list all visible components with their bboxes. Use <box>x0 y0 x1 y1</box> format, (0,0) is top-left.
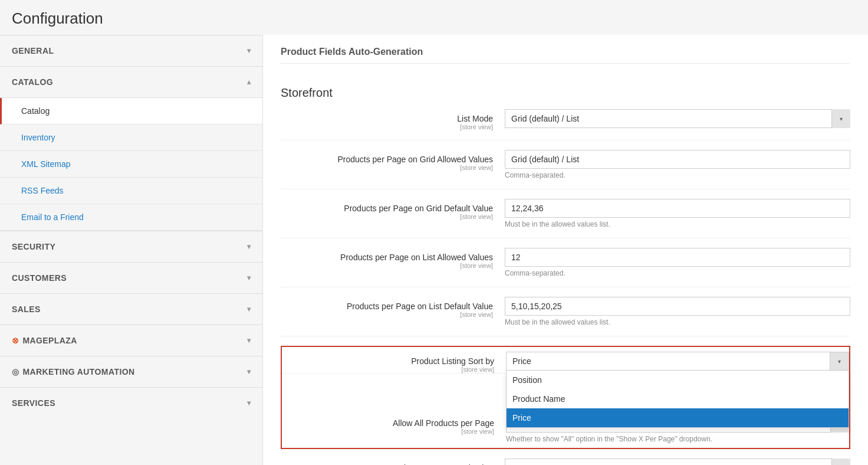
chevron-down-icon: ▾ <box>247 368 251 376</box>
grid-default-field: Must be in the allowed values list. <box>505 199 850 228</box>
list-mode-field: Grid (default) / List Grid Only List Onl… <box>505 109 850 128</box>
sidebar-item-label-rss-feeds: RSS Feeds <box>21 186 64 195</box>
sidebar-item-label-inventory: Inventory <box>21 133 55 142</box>
sub-heading: Storefront <box>281 76 850 109</box>
grid-default-label: Products per Page on Grid Default Value … <box>281 199 505 220</box>
sidebar-section-header-customers[interactable]: CUSTOMERS ▾ <box>0 263 262 293</box>
list-default-field: Must be in the allowed values list. <box>505 297 850 326</box>
sidebar-section-header-sales[interactable]: SALES ▾ <box>0 294 262 325</box>
sidebar-item-xml-sitemap[interactable]: XML Sitemap <box>0 151 262 178</box>
sidebar-section-mageplaza: ⊗MAGEPLAZA ▾ <box>0 325 262 356</box>
marketing-icon: ◎ <box>12 367 19 376</box>
remember-pagination-select-wrapper: Yes No ▾ <box>505 459 850 465</box>
sidebar-section-label-mageplaza: ⊗MAGEPLAZA <box>12 336 77 345</box>
remember-pagination-select[interactable]: Yes No <box>505 459 850 465</box>
sidebar-section-label-marketing-automation: ◎MARKETING AUTOMATION <box>12 367 135 376</box>
list-mode-select-wrapper: Grid (default) / List Grid Only List Onl… <box>505 109 850 128</box>
grid-allowed-hint: Comma-separated. <box>505 171 850 179</box>
sidebar-item-rss-feeds[interactable]: RSS Feeds <box>0 178 262 204</box>
grid-allowed-label: Products per Page on Grid Allowed Values… <box>281 150 505 171</box>
sidebar-section-header-services[interactable]: SERVICES ▾ <box>0 388 262 418</box>
sidebar-section-services: SERVICES ▾ <box>0 387 262 418</box>
sort-field: Price ▾ Position Product Name Price <box>506 352 849 371</box>
sidebar-section-header-marketing-automation[interactable]: ◎MARKETING AUTOMATION ▾ <box>0 356 262 387</box>
allow-label: Allow All Products per Page [store view] <box>282 414 506 435</box>
list-mode-select[interactable]: Grid (default) / List Grid Only List Onl… <box>505 109 850 128</box>
remember-pagination-field: Yes No ▾ Changing may affect SEO and cac… <box>505 459 850 465</box>
sidebar-item-label-catalog: Catalog <box>21 106 50 116</box>
sort-arrow-icon: ▾ <box>830 352 849 370</box>
chevron-down-icon: ▾ <box>247 47 251 55</box>
chevron-down-icon: ▾ <box>247 243 251 251</box>
chevron-down-icon: ▾ <box>247 399 251 407</box>
grid-allowed-row: Products per Page on Grid Allowed Values… <box>281 150 850 189</box>
remember-pagination-row: Remember Category Pagination [global] Ye… <box>281 459 850 465</box>
sidebar-item-label-email-to-friend: Email to a Friend <box>21 212 84 222</box>
list-allowed-label: Products per Page on List Allowed Values… <box>281 248 505 269</box>
chevron-up-icon: ▴ <box>247 78 251 86</box>
remember-pagination-label: Remember Category Pagination [global] <box>281 459 505 465</box>
grid-default-hint: Must be in the allowed values list. <box>505 220 850 228</box>
sidebar-catalog-items: Catalog Inventory XML Sitemap RSS Feeds … <box>0 97 262 231</box>
sidebar: GENERAL ▾ CATALOG ▴ Catalog Inventory XM… <box>0 35 263 465</box>
sidebar-section-security: SECURITY ▾ <box>0 231 262 262</box>
sort-allow-highlighted-section: Product Listing Sort by [store view] Pri… <box>281 346 850 449</box>
sidebar-section-label-security: SECURITY <box>12 242 55 251</box>
grid-default-row: Products per Page on Grid Default Value … <box>281 199 850 238</box>
sort-row: Product Listing Sort by [store view] Pri… <box>282 347 849 374</box>
list-default-label: Products per Page on List Default Value … <box>281 297 505 318</box>
sidebar-section-label-customers: CUSTOMERS <box>12 273 67 283</box>
mageplaza-icon: ⊗ <box>12 336 19 345</box>
sidebar-section-catalog: CATALOG ▴ Catalog Inventory XML Sitemap … <box>0 66 262 231</box>
sidebar-section-marketing-automation: ◎MARKETING AUTOMATION ▾ <box>0 356 262 387</box>
sidebar-section-header-catalog[interactable]: CATALOG ▴ <box>0 67 262 97</box>
list-mode-row: List Mode [store view] Grid (default) / … <box>281 109 850 140</box>
sidebar-section-sales: SALES ▾ <box>0 293 262 325</box>
sidebar-item-label-xml-sitemap: XML Sitemap <box>21 159 71 169</box>
list-allowed-row: Products per Page on List Allowed Values… <box>281 248 850 287</box>
list-allowed-hint: Comma-separated. <box>505 269 850 277</box>
section-heading: Product Fields Auto-Generation <box>281 35 850 64</box>
chevron-down-icon: ▾ <box>247 336 251 345</box>
sidebar-item-inventory[interactable]: Inventory <box>0 125 262 151</box>
sidebar-section-label-services: SERVICES <box>12 398 55 408</box>
allow-hint: Whether to show "All" option in the "Sho… <box>506 435 849 443</box>
sidebar-section-label-sales: SALES <box>12 304 41 314</box>
grid-allowed-input[interactable] <box>505 150 850 169</box>
sidebar-section-label-general: GENERAL <box>12 46 54 55</box>
sidebar-section-header-security[interactable]: SECURITY ▾ <box>0 231 262 262</box>
sidebar-section-header-mageplaza[interactable]: ⊗MAGEPLAZA ▾ <box>0 325 262 356</box>
sort-dropdown-trigger[interactable]: Price ▾ <box>506 352 849 371</box>
sidebar-item-email-to-friend[interactable]: Email to a Friend <box>0 204 262 231</box>
chevron-down-icon: ▾ <box>247 305 251 313</box>
list-mode-label: List Mode [store view] <box>281 109 505 130</box>
list-default-row: Products per Page on List Default Value … <box>281 297 850 336</box>
list-allowed-field: Comma-separated. <box>505 248 850 277</box>
sort-dropdown-list: Position Product Name Price <box>506 371 849 428</box>
sort-option-price[interactable]: Price <box>507 408 849 427</box>
sort-option-product-name[interactable]: Product Name <box>507 389 849 408</box>
list-allowed-input[interactable] <box>505 248 850 267</box>
chevron-down-icon: ▾ <box>247 274 251 282</box>
grid-allowed-field: Comma-separated. <box>505 150 850 179</box>
sidebar-section-customers: CUSTOMERS ▾ <box>0 262 262 293</box>
sidebar-section-header-general[interactable]: GENERAL ▾ <box>0 35 262 66</box>
list-default-input[interactable] <box>505 297 850 316</box>
sidebar-section-general: GENERAL ▾ <box>0 35 262 66</box>
page-title: Configuration <box>0 0 868 35</box>
sort-option-position[interactable]: Position <box>507 371 849 389</box>
sort-label: Product Listing Sort by [store view] <box>282 352 506 373</box>
main-content: Product Fields Auto-Generation Storefron… <box>263 35 868 465</box>
sidebar-item-catalog[interactable]: Catalog <box>0 98 262 125</box>
sidebar-section-label-catalog: CATALOG <box>12 77 53 87</box>
grid-default-input[interactable] <box>505 199 850 218</box>
list-default-hint: Must be in the allowed values list. <box>505 318 850 326</box>
sort-current-value: Price <box>507 352 830 370</box>
